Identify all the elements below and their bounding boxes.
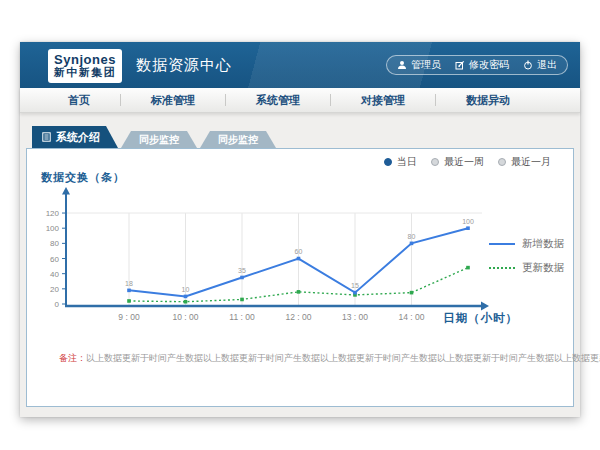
radio-last-week-label: 最近一周 [444,155,484,169]
svg-text:100: 100 [462,218,474,225]
footer-note-text: 以上数据更新于时间产生数据以上数据更新于时间产生数据以上数据更新于时间产生数据以… [86,353,600,363]
x-axis-title: 日期（小时） [443,311,518,326]
svg-text:35: 35 [238,267,246,274]
header: Synjones 新中新集团 数据资源中心 管理员 修改密码 [20,42,580,88]
app-window: Synjones 新中新集团 数据资源中心 管理员 修改密码 [20,42,580,417]
company-logo: Synjones 新中新集团 [48,49,122,83]
logout-button[interactable]: 退出 [523,58,557,72]
nav-item-interface-mgmt[interactable]: 对接管理 [331,93,435,108]
radio-last-month-label: 最近一月 [511,155,551,169]
solid-line-icon [489,243,515,245]
svg-text:9 : 00: 9 : 00 [118,312,140,322]
nav-item-data-changes[interactable]: 数据异动 [436,93,540,108]
power-icon [523,60,533,70]
svg-text:13 : 00: 13 : 00 [342,312,368,322]
svg-text:10 : 00: 10 : 00 [173,312,199,322]
svg-text:18: 18 [125,280,133,287]
nav-item-system-mgmt[interactable]: 系统管理 [226,93,330,108]
time-range-filter: 当日 最近一周 最近一月 [384,155,551,169]
legend-new-data[interactable]: 新增数据 [489,237,564,251]
tab-system-intro[interactable]: 系统介绍 [32,126,118,148]
svg-text:0: 0 [55,300,60,309]
change-password-button[interactable]: 修改密码 [455,58,509,72]
radio-last-month[interactable]: 最近一月 [498,155,551,169]
user-icon [397,60,407,70]
footer-note-label: 备注： [59,353,86,363]
svg-text:11 : 00: 11 : 00 [229,312,255,322]
line-chart: 0204060801001209 : 0010 : 0011 : 0012 : … [33,185,503,333]
admin-user-label: 管理员 [411,58,441,72]
radio-today[interactable]: 当日 [384,155,417,169]
dotted-line-icon [489,267,515,269]
svg-text:100: 100 [46,224,60,233]
svg-text:80: 80 [50,239,59,248]
legend-new-data-label: 新增数据 [522,237,564,251]
svg-text:14 : 00: 14 : 00 [399,312,425,322]
chart-legend: 新增数据 更新数据 [489,237,564,275]
svg-text:60: 60 [50,255,59,264]
edit-icon [455,60,465,70]
svg-text:15: 15 [351,282,359,289]
company-logo-cn: 新中新集团 [54,66,117,79]
admin-user-button[interactable]: 管理员 [397,58,441,72]
svg-text:80: 80 [408,233,416,240]
tab-sync-monitor-2[interactable]: 同步监控 [200,131,276,148]
tab-sync-monitor-1[interactable]: 同步监控 [121,131,197,148]
logout-label: 退出 [537,58,557,72]
document-icon [42,132,51,142]
radio-dot-icon [498,158,506,166]
company-logo-en: Synjones [54,53,116,66]
svg-text:120: 120 [46,209,60,218]
page-title: 数据资源中心 [136,42,232,88]
svg-text:60: 60 [295,248,303,255]
y-axis-title: 数据交换（条） [41,170,125,185]
user-toolbar: 管理员 修改密码 退出 [386,55,568,75]
svg-text:10: 10 [182,286,190,293]
nav-item-home[interactable]: 首页 [38,93,120,108]
tab-sync-monitor-1-label: 同步监控 [139,133,179,147]
legend-update-data[interactable]: 更新数据 [489,261,564,275]
main-nav: 首页 标准管理 系统管理 对接管理 数据异动 [20,88,580,113]
radio-last-week[interactable]: 最近一周 [431,155,484,169]
chart-panel: 当日 最近一周 最近一月 数据交换（条） 0204060801001209 : … [26,148,574,407]
svg-text:40: 40 [50,270,59,279]
svg-text:20: 20 [50,285,59,294]
radio-dot-icon [431,158,439,166]
content-area: 系统介绍 同步监控 同步监控 当日 最近一周 [20,113,580,417]
change-password-label: 修改密码 [469,58,509,72]
footer-note: 备注：以上数据更新于时间产生数据以上数据更新于时间产生数据以上数据更新于时间产生… [59,352,600,365]
radio-dot-icon [384,158,392,166]
tab-bar: 系统介绍 同步监控 同步监控 [32,126,276,148]
tab-sync-monitor-2-label: 同步监控 [218,133,258,147]
tab-system-intro-label: 系统介绍 [56,130,100,145]
svg-text:12 : 00: 12 : 00 [286,312,312,322]
legend-update-data-label: 更新数据 [522,261,564,275]
radio-today-label: 当日 [397,155,417,169]
nav-item-standard-mgmt[interactable]: 标准管理 [121,93,225,108]
